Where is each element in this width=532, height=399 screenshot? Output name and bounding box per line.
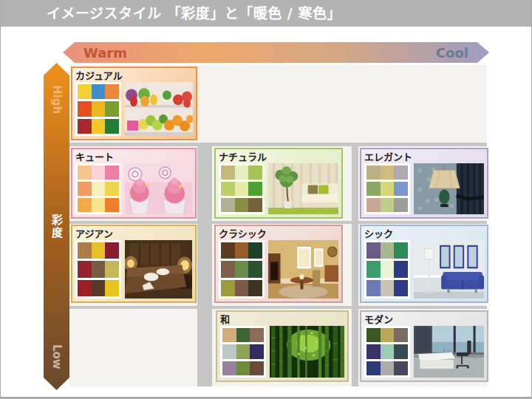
color-swatch <box>381 344 395 358</box>
style-card-title: モダン <box>364 313 484 326</box>
color-swatch <box>235 198 249 212</box>
color-swatch <box>366 361 381 375</box>
color-swatch <box>235 242 249 259</box>
saturation-axis-arrow: High 彩度 Low <box>44 63 69 390</box>
color-swatch <box>105 101 119 116</box>
style-card-title: 和 <box>220 313 344 326</box>
color-swatch <box>78 119 92 134</box>
color-swatch <box>221 182 235 196</box>
row-divider <box>69 143 487 146</box>
color-swatch <box>394 261 408 277</box>
color-swatch <box>381 361 395 375</box>
cool-axis-label: Cool <box>436 45 468 61</box>
color-swatch <box>236 361 250 375</box>
color-swatch <box>221 280 235 296</box>
color-swatch <box>235 280 249 296</box>
color-swatch <box>78 242 92 259</box>
color-swatch <box>381 242 395 259</box>
color-swatch <box>381 166 395 180</box>
color-swatch <box>105 84 119 99</box>
style-card-title: キュート <box>75 151 192 163</box>
color-swatch <box>78 101 92 116</box>
color-swatch <box>250 344 264 358</box>
color-swatch <box>78 261 92 277</box>
color-swatch <box>105 242 119 259</box>
color-swatch <box>235 166 249 180</box>
color-swatch <box>105 198 119 212</box>
color-swatch <box>394 280 408 296</box>
color-swatch <box>366 261 381 277</box>
color-swatch-panel <box>219 163 265 214</box>
color-swatch <box>250 328 264 342</box>
color-swatch-panel <box>220 326 266 378</box>
elegant-lamp-photo <box>414 163 484 214</box>
color-swatch <box>78 84 92 99</box>
slide: イメージスタイル 「彩度」と「暖色 / 寒色」 Warm Cool High 彩… <box>0 0 532 399</box>
color-swatch <box>381 261 395 277</box>
style-card-title: ナチュラル <box>219 151 338 163</box>
color-swatch <box>235 261 249 277</box>
color-swatch <box>394 198 408 212</box>
color-swatch <box>78 182 92 196</box>
color-swatch <box>366 182 381 196</box>
color-swatch <box>221 261 235 277</box>
color-swatch <box>236 328 250 342</box>
color-swatch <box>105 280 119 296</box>
natural-room-photo <box>268 163 338 214</box>
style-card-modern: モダン <box>360 310 488 382</box>
bamboo-forest-photo <box>270 326 344 378</box>
modern-office-photo <box>414 326 484 378</box>
color-swatch <box>78 198 92 212</box>
style-card-classic: クラシック <box>214 225 343 303</box>
style-card-casual: カジュアル <box>71 66 197 140</box>
color-swatch <box>92 119 106 134</box>
color-swatch <box>222 361 236 375</box>
color-swatch <box>105 261 119 277</box>
color-swatch <box>235 182 249 196</box>
color-swatch <box>105 119 119 134</box>
color-swatch <box>394 344 408 358</box>
style-card-title: エレガント <box>364 151 484 163</box>
color-swatch <box>366 344 381 358</box>
page-title: イメージスタイル 「彩度」と「暖色 / 寒色」 <box>47 0 341 27</box>
color-swatch <box>394 328 408 342</box>
color-swatch <box>248 261 262 277</box>
color-swatch <box>394 182 408 196</box>
row-divider <box>69 306 487 309</box>
color-swatch <box>248 166 262 180</box>
color-swatch <box>248 182 262 196</box>
color-swatch <box>92 242 106 259</box>
color-swatch <box>92 182 106 196</box>
color-swatch <box>92 166 106 180</box>
style-card-title: クラシック <box>219 228 338 240</box>
color-swatch-panel <box>364 163 410 214</box>
color-swatch <box>248 198 262 212</box>
color-swatch-panel <box>364 326 410 378</box>
color-swatch <box>381 198 395 212</box>
color-swatch <box>381 182 395 196</box>
color-swatch <box>92 84 106 99</box>
color-swatch-panel <box>364 240 410 299</box>
asian-bedroom-photo <box>125 240 192 299</box>
color-swatch-panel <box>75 82 121 136</box>
color-swatch <box>236 344 250 358</box>
color-swatch <box>366 166 381 180</box>
color-swatch <box>394 361 408 375</box>
style-card-title: カジュアル <box>75 69 193 82</box>
column-divider <box>197 146 212 386</box>
color-swatch <box>250 361 264 375</box>
chic-sofa-photo <box>414 240 484 299</box>
color-swatch <box>221 198 235 212</box>
color-swatch <box>78 166 92 180</box>
column-divider <box>352 146 358 386</box>
color-swatch <box>92 198 106 212</box>
color-swatch <box>222 328 236 342</box>
color-swatch <box>366 328 381 342</box>
cupcakes-photo <box>125 163 192 214</box>
refrigerator-produce-photo <box>125 82 193 136</box>
color-swatch <box>394 166 408 180</box>
color-swatch <box>366 242 381 259</box>
color-swatch-panel <box>219 240 265 299</box>
row-divider <box>69 221 487 224</box>
color-swatch <box>248 242 262 259</box>
